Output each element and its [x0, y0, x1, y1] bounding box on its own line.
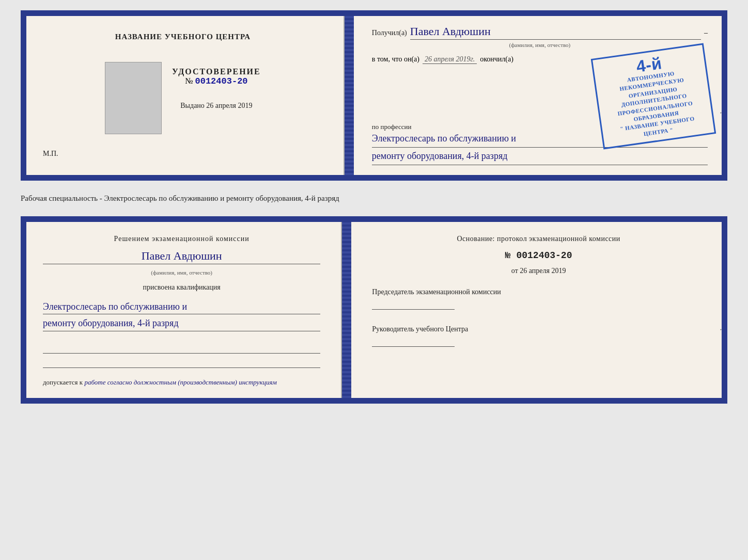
- udostoverenie-title: УДОСТОВЕРЕНИЕ: [172, 67, 261, 76]
- rukovoditel-sig-line: [372, 337, 455, 347]
- qualification-block: Электрослесарь по обслуживанию и ремонту…: [43, 299, 320, 333]
- middle-description: Рабочая специальность - Электрослесарь п…: [21, 191, 727, 206]
- fio-hint-top: (фамилия, имя, отчество): [372, 42, 708, 48]
- photo-row: УДОСТОВЕРЕНИЕ № 0012403-20 Выдано 26 апр…: [43, 62, 323, 134]
- resheniyem-label: Решением экзаменационной комиссии: [43, 233, 320, 244]
- bottom-right-page: Основание: протокол экзаменационной коми…: [351, 218, 726, 403]
- photo-placeholder: [105, 62, 162, 134]
- vtom-date: 26 апреля 2019г.: [423, 55, 477, 64]
- protocol-num: 0012403-20: [516, 250, 572, 261]
- signature-lines: [43, 343, 320, 368]
- bottom-left-page: Решением экзаменационной комиссии Павел …: [22, 218, 342, 403]
- number-prefix: №: [185, 76, 193, 85]
- rukovoditel-block: Руководитель учебного Центра: [372, 324, 705, 347]
- osnovanie-label: Основание: протокол экзаменационной коми…: [372, 233, 705, 244]
- vydano-label: Выдано: [180, 102, 205, 109]
- ot-date-block: от 26 апреля 2019: [372, 267, 705, 275]
- predsedatel-label: Председатель экзаменационной комиссии: [372, 286, 705, 297]
- ot-label: от: [511, 267, 518, 275]
- prisvoena-label: присвоена квалификация: [43, 283, 320, 292]
- vydano-block: Выдано 26 апреля 2019: [180, 102, 252, 110]
- okonchil-label: окончил(а): [480, 55, 513, 63]
- ot-date: 26 апреля 2019: [520, 267, 566, 275]
- protocol-number: № 0012403-20: [372, 250, 705, 261]
- poluchil-label: Получил(а): [372, 29, 407, 37]
- spine-divider-bottom: [342, 218, 351, 403]
- vydano-date: 26 апреля 2019: [206, 102, 252, 109]
- side-lines-top: – – – и а ← – – –: [716, 12, 726, 179]
- dopuskaetsya-row: допускается к работе согласно должностны…: [43, 378, 320, 387]
- person-name-bottom: Павел Авдюшин: [43, 249, 320, 264]
- left-page-top: НАЗВАНИЕ УЧЕБНОГО ЦЕНТРА УДОСТОВЕРЕНИЕ №…: [22, 12, 345, 179]
- predsedatel-block: Председатель экзаменационной комиссии: [372, 286, 705, 310]
- right-page-top: Получил(а) Павел Авдюшин – (фамилия, имя…: [354, 12, 726, 179]
- person-name-top: Павел Авдюшин: [410, 25, 701, 40]
- protocol-prefix: №: [505, 250, 511, 261]
- dopuskaetsya-value: работе согласно должностным (производств…: [84, 378, 276, 386]
- top-document: НАЗВАНИЕ УЧЕБНОГО ЦЕНТРА УДОСТОВЕРЕНИЕ №…: [21, 10, 727, 181]
- mp-label: М.П.: [43, 150, 58, 158]
- certificate-number: 0012403-20: [195, 76, 248, 86]
- bottom-document: Решением экзаменационной комиссии Павел …: [21, 216, 727, 404]
- sig-line-1: [43, 343, 320, 354]
- spine-divider-top: [345, 12, 354, 179]
- profession-line2: ремонту оборудования, 4-й разряд: [372, 149, 708, 165]
- training-center-title: НАЗВАНИЕ УЧЕБНОГО ЦЕНТРА: [115, 33, 251, 41]
- udostoverenie-block: УДОСТОВЕРЕНИЕ № 0012403-20: [172, 67, 261, 86]
- qualification-line1: Электрослесарь по обслуживанию и: [43, 299, 320, 315]
- poluchil-row: Получил(а) Павел Авдюшин –: [372, 25, 708, 40]
- main-container: НАЗВАНИЕ УЧЕБНОГО ЦЕНТРА УДОСТОВЕРЕНИЕ №…: [21, 10, 727, 404]
- sig-line-2: [43, 358, 320, 368]
- dopuskaetsya-label: допускается к: [43, 378, 83, 386]
- qualification-line2: ремонту оборудования, 4-й разряд: [43, 316, 320, 331]
- left-center-col: УДОСТОВЕРЕНИЕ № 0012403-20 Выдано 26 апр…: [172, 62, 261, 110]
- side-lines-bottom: – – – и а ← – – –: [716, 218, 726, 403]
- fio-hint-bottom: (фамилия, имя, отчество): [43, 269, 320, 276]
- rukovoditel-label: Руководитель учебного Центра: [372, 324, 705, 334]
- predsedatel-sig-line: [372, 299, 455, 310]
- vtom-label: в том, что он(а): [372, 55, 419, 63]
- stamp: 4-й АВТОНОМНУЮ НЕКОММЕРЧЕСКУЮ ОРГАНИЗАЦИ…: [591, 43, 716, 150]
